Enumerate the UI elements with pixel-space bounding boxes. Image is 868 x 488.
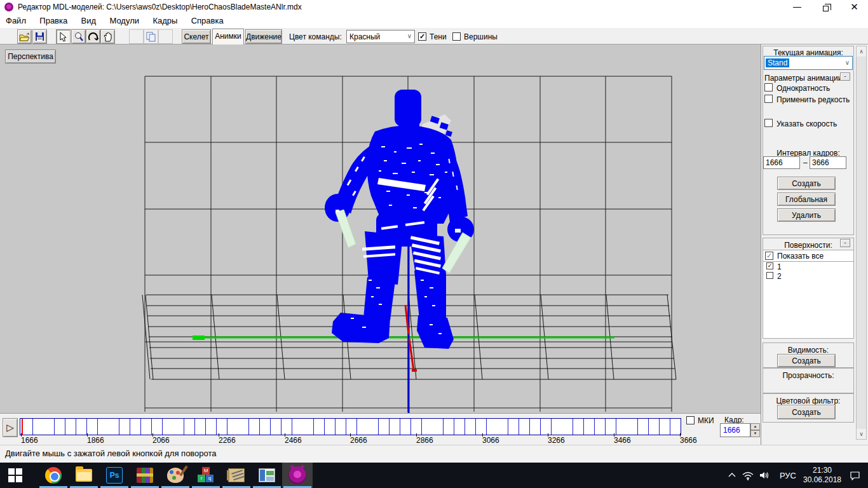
shadows-checkbox[interactable]: ✓ [418,32,426,41]
taskbar-mdl-editor[interactable] [282,463,313,488]
menu-view[interactable]: Вид [76,14,102,28]
team-color-combobox[interactable]: Красный ∨ [346,30,415,43]
start-button[interactable] [0,463,31,488]
tray-notifications[interactable] [845,463,864,488]
scroll-down-icon[interactable]: ∨ [857,429,866,439]
timeline-bar[interactable] [20,418,681,435]
global-anim-button[interactable]: Глобальная [777,193,836,206]
copy-icon [146,32,156,42]
tray-wifi[interactable] [740,463,756,488]
interval-to-input[interactable]: 3666 [810,156,846,169]
menu-modules[interactable]: Модули [104,14,145,28]
taskbar-script-editor[interactable] [221,463,252,488]
timeline-label: 3266 [548,436,565,445]
floppy-icon [35,32,44,41]
rotate-icon [88,32,98,42]
rarity-checkbox[interactable] [764,95,773,103]
spinner-down-icon[interactable]: ▼ [750,430,760,437]
show-all-label: Показать все [777,252,824,261]
pointer-icon [59,32,67,42]
minimize-button[interactable]: — [783,0,811,14]
viewport-3d[interactable]: Перспектива [0,44,761,413]
spinner-up-icon[interactable]: ▲ [750,423,760,430]
menu-file[interactable]: Файл [0,14,32,28]
tray-clock[interactable]: 21:3030.06.2018 [802,463,843,488]
tab-movement[interactable]: Движение [245,29,282,44]
close-button[interactable]: ✕ [840,0,868,14]
tab-skeleton[interactable]: Скелет [182,29,211,44]
vertices-checkbox[interactable] [452,32,461,41]
surface-1-checkbox[interactable]: ✓ [766,262,773,269]
app-logo-icon [4,3,13,11]
mki-checkbox[interactable] [686,416,695,424]
scroll-up-icon[interactable]: ∧ [857,46,866,57]
surface-1-label: 1 [777,262,782,271]
frame-input[interactable]: 1666 [720,423,750,437]
open-folder-icon [19,32,30,41]
colorfilter-create-button[interactable]: Создать [777,405,836,419]
open-button[interactable] [17,29,32,44]
tray-expand[interactable] [724,463,740,488]
perspective-button[interactable]: Перспектива [5,50,56,64]
animation-combobox[interactable]: Stand ∨ [764,56,853,70]
window-app-icon [259,468,275,482]
taskbar: Ps Mrq РУС 21:3030.06.2018 [0,463,868,488]
interval-from-input[interactable]: 1666 [763,156,800,169]
speed-checkbox[interactable] [764,119,773,127]
timeline-label: 2666 [350,436,367,445]
taskbar-file-explorer[interactable] [69,463,99,488]
animation-value: Stand [766,58,789,67]
list-item[interactable]: 2 [763,271,853,281]
menu-help[interactable]: Справка [186,14,229,28]
anim-params-label: Параметры анимации: [764,74,844,83]
save-button[interactable] [32,29,47,44]
mdl-editor-icon [288,466,306,484]
checkmark-icon: ✓ [419,32,425,40]
taskbar-paint[interactable] [160,463,191,488]
taskbar-photoshop[interactable]: Ps [99,463,130,488]
copy-button[interactable] [144,29,158,44]
chevron-up-icon [728,472,736,478]
zoom-tool-button[interactable] [71,29,86,44]
taskbar-chrome[interactable] [38,463,69,488]
checkmark-icon: ✓ [768,262,773,269]
collapse-surfaces-button[interactable]: - [840,239,850,247]
collapse-params-button[interactable]: - [840,72,850,81]
taskbar-model-cubes[interactable]: Mrq [191,463,221,488]
flat-button-2[interactable] [158,29,173,44]
taskbar-window-app[interactable] [252,463,282,488]
restore-icon [823,6,829,11]
delete-anim-button[interactable]: Удалить [777,208,836,222]
opacity-label: Прозрачность: [763,370,854,380]
taskbar-winrar[interactable] [130,463,160,488]
window-title: Редактор MDL-моделей: C:\Users\aws0z\Des… [18,3,302,11]
show-all-checkbox[interactable]: ✓ [765,252,773,260]
pan-tool-button[interactable] [100,29,115,44]
visibility-create-button[interactable]: Создать [777,354,836,367]
timeline-position-marker[interactable] [22,419,23,435]
once-checkbox[interactable] [764,83,773,92]
tab-animations[interactable]: Анимки [212,29,244,44]
panel-scrollbar[interactable]: ∧ ∨ [856,46,867,440]
timeline-label: 2066 [153,436,170,445]
speaker-icon [759,471,770,480]
rotate-tool-button[interactable] [86,29,100,44]
menu-frames[interactable]: Кадры [147,14,183,28]
create-anim-button[interactable]: Создать [777,177,836,190]
menu-edit[interactable]: Правка [34,14,73,28]
surface-2-label: 2 [777,272,782,281]
notification-icon [850,471,860,480]
tray-language[interactable]: РУС [774,463,802,488]
select-tool-button[interactable] [56,29,71,44]
timeline-panel: ▷ 1666 1866 2066 2266 2466 2666 2866 306… [0,413,761,445]
surface-2-checkbox[interactable] [766,272,773,279]
colorfilter-label: Цветовой фильтр: [763,395,854,405]
timeline-label: 3066 [482,436,499,445]
restore-button[interactable] [811,0,840,14]
list-item[interactable]: ✓ 1 [763,262,853,271]
play-button[interactable]: ▷ [3,418,18,437]
tray-volume[interactable] [756,463,773,488]
frame-spinner[interactable]: ▲ ▼ [750,423,760,437]
clock-time: 21:30 [803,466,841,475]
flat-button-1[interactable] [129,29,144,44]
